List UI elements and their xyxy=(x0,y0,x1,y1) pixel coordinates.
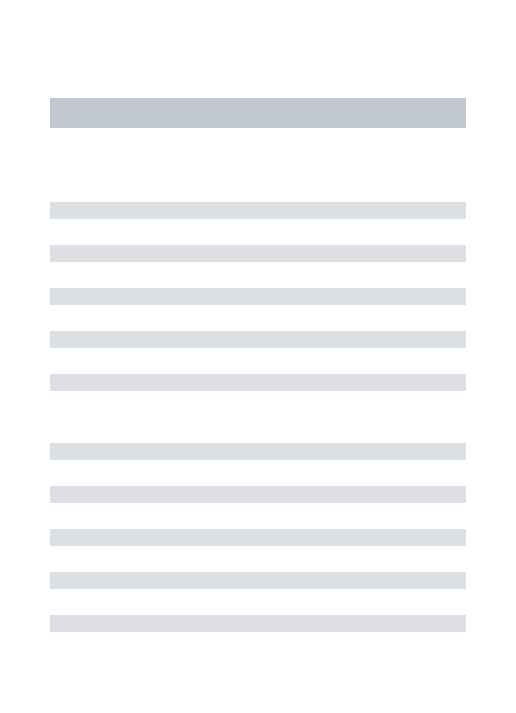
title-skeleton-bar xyxy=(50,98,466,128)
text-skeleton-line xyxy=(50,615,466,632)
text-skeleton-line xyxy=(50,443,466,460)
skeleton-placeholder xyxy=(50,50,466,658)
text-skeleton-line xyxy=(50,202,466,219)
text-skeleton-line xyxy=(50,572,466,589)
text-skeleton-line xyxy=(50,529,466,546)
text-skeleton-line xyxy=(50,374,466,391)
text-skeleton-line xyxy=(50,331,466,348)
text-skeleton-line xyxy=(50,288,466,305)
section-spacer xyxy=(50,417,466,443)
text-skeleton-line xyxy=(50,486,466,503)
text-skeleton-line xyxy=(50,245,466,262)
